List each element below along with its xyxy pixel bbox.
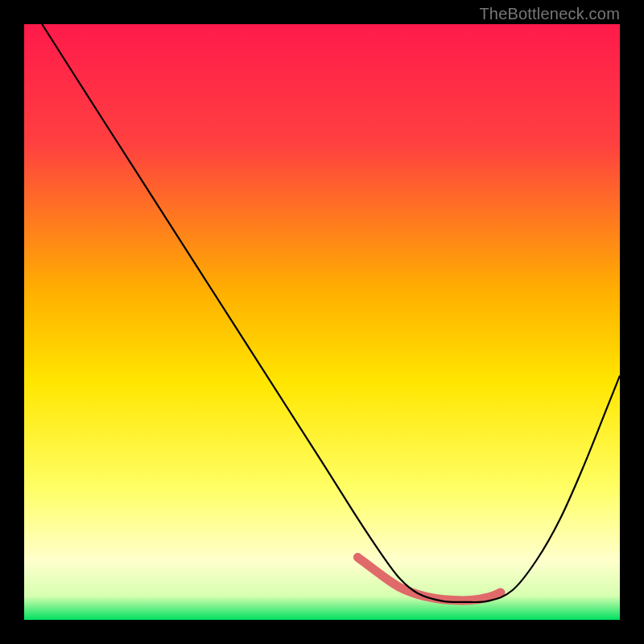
- gradient-background: [24, 24, 620, 620]
- chart-frame: TheBottleneck.com: [0, 0, 644, 644]
- attribution-text: TheBottleneck.com: [479, 5, 620, 23]
- chart-svg: [24, 24, 620, 620]
- plot-area: [24, 24, 620, 620]
